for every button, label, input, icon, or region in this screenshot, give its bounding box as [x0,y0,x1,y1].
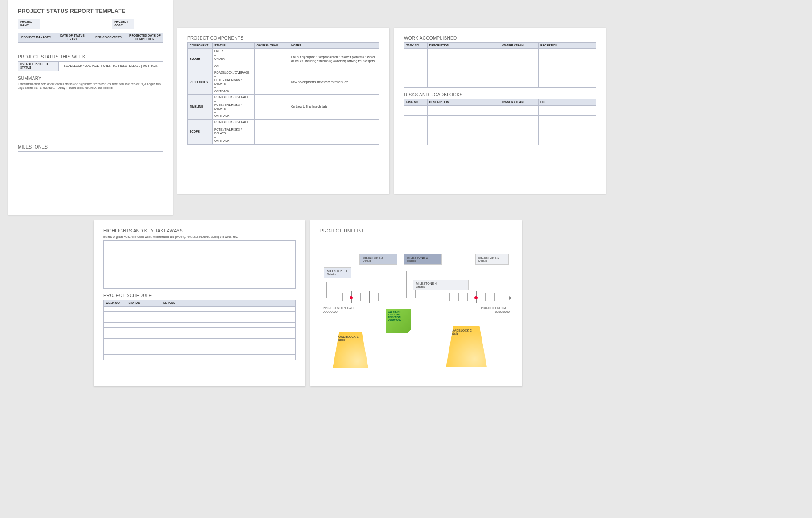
page-1: PROJECT STATUS REPORT TEMPLATE PROJECT N… [8,0,173,9]
document-title: PROJECT STATUS REPORT TEMPLATE [18,8,163,9]
